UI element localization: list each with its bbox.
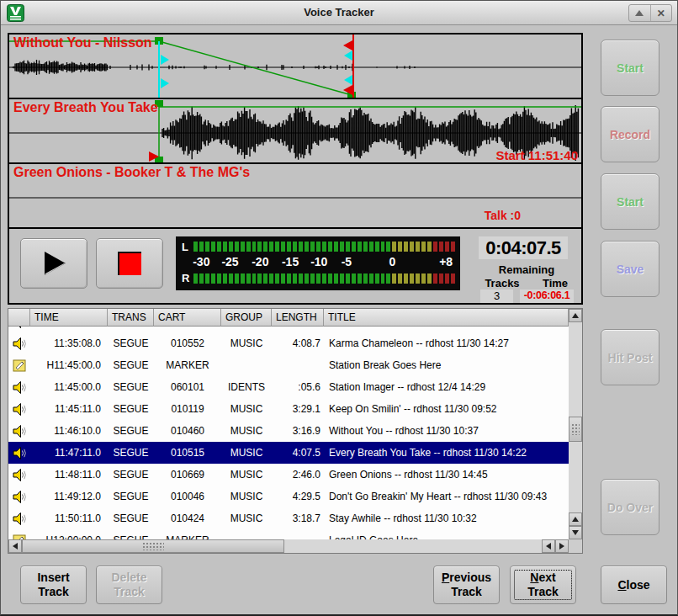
log-cell-c1: 11:49:12.0 — [30, 491, 108, 502]
track-2-title: Every Breath You Take — [13, 100, 158, 115]
column-header-length[interactable]: LENGTH — [272, 309, 324, 327]
close-button[interactable]: Close — [601, 566, 667, 604]
log-row[interactable]: 11:45:11.0SEGUE010119MUSIC3:29.1Keep On … — [8, 398, 569, 420]
log-cell-c5: 4:29.5 — [272, 491, 324, 502]
scroll-left-button[interactable] — [8, 539, 22, 553]
log-cell-c6: Stay Awhile -- rdhost 11/30 10:32 — [324, 512, 569, 524]
meter-segment — [235, 242, 239, 252]
log-row[interactable]: H11:45:00.0SEGUEMARKERStation Break Goes… — [8, 354, 569, 376]
meter-segment — [358, 242, 362, 252]
meter-segment — [281, 273, 285, 284]
delete-track-button: DeleteTrack — [96, 566, 162, 604]
meter-segment — [223, 242, 227, 252]
meter-scale-tick: -20 — [252, 255, 268, 268]
column-header-group[interactable]: GROUP — [221, 309, 272, 327]
scroll-up-button[interactable] — [569, 309, 582, 322]
log-cell-c2: SEGUE — [108, 469, 154, 481]
speaker-icon — [13, 402, 27, 417]
audio-level-meter: L -30-25-20-15-10-50+8 R — [176, 236, 460, 290]
left-channel-label: L — [182, 241, 193, 253]
meter-scale-tick: -10 — [310, 255, 327, 268]
vertical-scrollbar[interactable] — [569, 309, 582, 539]
log-cell-c3: 060101 — [154, 381, 221, 393]
meter-scale-tick: +8 — [439, 255, 453, 268]
vertical-scrollbar-thumb[interactable] — [569, 417, 582, 442]
start-record-button: Start — [601, 40, 659, 96]
log-cell-c6: Keep On Smilin' -- rdhost 11/30 09:52 — [324, 403, 569, 415]
log-cell-c2: SEGUE — [108, 512, 154, 524]
log-cell-c5: 4:07.5 — [272, 447, 324, 459]
meter-segment — [328, 242, 332, 252]
log-row[interactable]: 11:48:11.0SEGUE010669MUSIC2:46.0Green On… — [8, 464, 569, 486]
meter-segment — [433, 242, 437, 252]
next-track-button[interactable]: NextTrack — [510, 566, 576, 604]
log-cell-c5: :05.6 — [272, 381, 324, 393]
column-header-trans[interactable]: TRANS — [108, 309, 154, 327]
play-button[interactable] — [20, 238, 87, 289]
scroll-left-button-2[interactable] — [542, 539, 555, 553]
track-2-waveform[interactable]: Start 11:51:40 Every Breath You Take — [9, 99, 581, 164]
log-cell-c6: Every Breath You Take -- rdhost 11/30 14… — [324, 447, 569, 459]
log-cell-c6: Don't Go Breakin' My Heart -- rdhost 11/… — [324, 491, 569, 502]
meter-scale: -30-25-20-15-10-50+8 — [193, 255, 455, 269]
meter-segment — [205, 273, 209, 284]
log-row[interactable]: 11:49:12.0SEGUE010046MUSIC4:29.5Don't Go… — [8, 486, 569, 507]
meter-segment — [421, 273, 426, 284]
log-cell-c2: SEGUE — [108, 491, 154, 502]
log-cell-c3: 010552 — [154, 337, 221, 349]
scroll-right-button[interactable] — [555, 539, 569, 553]
column-header-cart[interactable]: CART — [154, 309, 221, 327]
titlebar[interactable]: Voice Tracker ✕ — [1, 1, 677, 25]
log-row[interactable] — [8, 327, 569, 332]
horizontal-scrollbar[interactable] — [8, 539, 569, 553]
log-row[interactable]: 11:50:11.0SEGUE010424MUSIC3:18.7Stay Awh… — [8, 507, 569, 529]
scroll-up-button-2[interactable] — [569, 512, 582, 526]
remaining-label: Remaining — [479, 263, 575, 276]
meter-segment — [305, 273, 309, 284]
meter-segment — [257, 242, 262, 252]
meter-segment — [451, 242, 455, 252]
insert-track-button[interactable]: InsertTrack — [20, 566, 87, 604]
column-header-title[interactable]: TITLE — [324, 309, 569, 327]
scroll-down-button[interactable] — [569, 526, 582, 539]
elapsed-time-display: 0:04:07.5 — [479, 236, 568, 259]
meter-segment — [257, 273, 262, 284]
meter-segment — [386, 273, 390, 284]
log-cell-c2: SEGUE — [108, 447, 154, 459]
stop-button[interactable] — [96, 238, 163, 289]
previous-track-button[interactable]: PreviousTrack — [433, 566, 500, 604]
log-cell-c4: IDENTS — [221, 381, 272, 393]
meter-segment — [340, 273, 344, 284]
track-3-waveform[interactable]: Green Onions - Booker T & The MG's Talk … — [9, 164, 581, 229]
meter-segment — [363, 273, 368, 284]
speaker-icon — [13, 380, 27, 395]
meter-segment — [398, 273, 402, 284]
close-window-button[interactable]: ✕ — [650, 5, 672, 21]
log-cell-c0 — [8, 402, 30, 417]
talk-time-label: Talk :0 — [485, 209, 521, 222]
meter-segment — [299, 273, 303, 284]
column-header-icon[interactable] — [8, 309, 30, 327]
meter-segment — [410, 242, 414, 252]
column-header-time[interactable]: TIME — [30, 309, 108, 327]
horizontal-scrollbar-thumb[interactable] — [22, 539, 284, 553]
track-1-waveform[interactable]: Without You - Nilsson — [9, 35, 581, 99]
log-cell-c2: SEGUE — [108, 403, 154, 415]
log-row[interactable]: 11:35:08.0SEGUE010552MUSIC4:08.7Karma Ch… — [8, 332, 569, 354]
log-cell-c6: Station Imager -- rdhost 12/4 14:29 — [324, 381, 569, 393]
hit-post-button: Hit Post — [601, 329, 659, 385]
meter-segment — [229, 242, 233, 252]
meter-segment — [369, 273, 373, 284]
log-row[interactable]: 11:46:10.0SEGUE010460MUSIC3:16.9Without … — [8, 420, 569, 442]
meter-segment — [334, 242, 338, 252]
log-row-selected[interactable]: 11:47:11.0SEGUE010515MUSIC4:07.5Every Br… — [8, 442, 569, 464]
log-cell-c4: MUSIC — [221, 337, 272, 349]
log-cell-c4: MUSIC — [221, 512, 272, 524]
shade-window-button[interactable] — [629, 5, 650, 21]
log-row[interactable]: 11:45:00.0SEGUE060101IDENTS:05.6Station … — [8, 376, 569, 398]
log-cell-c0 — [8, 337, 30, 351]
meter-scale-tick: -25 — [221, 255, 238, 268]
log-cell-c6: Without You -- rdhost 11/30 10:37 — [324, 425, 569, 437]
log-cell-c0 — [8, 327, 30, 329]
do-over-button: Do Over — [601, 479, 659, 535]
